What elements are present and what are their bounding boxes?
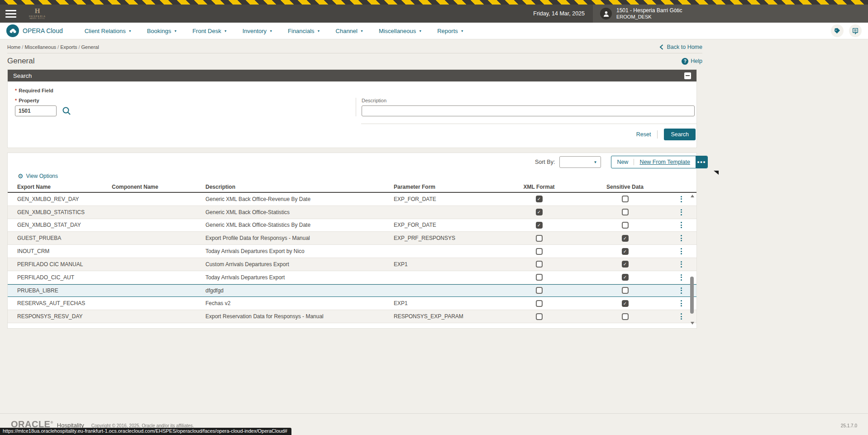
sensitive-data-cell: ✓	[575, 248, 675, 255]
property-input[interactable]	[15, 105, 57, 116]
sensitive-data-checkbox[interactable]	[622, 222, 629, 229]
active-role: EROOM_DESK	[616, 14, 682, 20]
row-actions-cell	[675, 246, 687, 256]
xml-format-checkbox[interactable]: ✓	[536, 209, 543, 215]
exports-results-panel: Sort By: ▼ New New From Template ●●● ⚙ V…	[7, 153, 697, 329]
xml-format-checkbox[interactable]	[536, 313, 543, 320]
table-row[interactable]: GEN_XMLBO_STATISTICSGeneric XML Back Off…	[8, 206, 696, 219]
nav-item-front-desk[interactable]: Front Desk▼	[192, 28, 227, 34]
sensitive-data-cell: ✓	[575, 261, 675, 268]
feedback-notes-icon[interactable]	[849, 24, 862, 37]
xml-format-checkbox[interactable]	[536, 300, 543, 307]
sensitive-data-checkbox[interactable]	[622, 209, 629, 215]
row-kebab-menu-icon[interactable]	[679, 272, 684, 282]
scroll-up-arrow-icon[interactable]	[691, 195, 694, 197]
help-link[interactable]: ? Help	[682, 58, 702, 65]
sensitive-data-checkbox[interactable]: ✓	[622, 274, 629, 281]
xml-format-checkbox[interactable]	[536, 235, 543, 242]
chevron-down-icon: ▼	[593, 160, 597, 164]
hamburger-menu-icon[interactable]	[0, 10, 21, 18]
view-options-label: View Options	[26, 173, 58, 179]
table-row[interactable]: GEN_XMLBO_STAT_DAYGeneric XML Back Offic…	[8, 219, 696, 232]
reset-button[interactable]: Reset	[636, 131, 651, 138]
sort-by-dropdown[interactable]: ▼	[559, 156, 601, 168]
table-row[interactable]: PERFILADO_CIC_AUTToday Arrivals Departur…	[8, 271, 696, 284]
sensitive-data-checkbox[interactable]: ✓	[622, 300, 629, 307]
breadcrumb-item-exports[interactable]: Exports	[60, 44, 77, 50]
table-body: GEN_XMLBO_REV_DAYGeneric XML Back Office…	[8, 193, 696, 323]
xml-format-checkbox[interactable]: ✓	[536, 222, 543, 229]
required-field-note: *Required Field	[8, 88, 696, 93]
xml-format-checkbox[interactable]	[536, 248, 543, 255]
table-row[interactable]: GUEST_PRUEBAExport Profile Data for Resp…	[8, 232, 696, 245]
sensitive-data-checkbox[interactable]	[622, 313, 629, 320]
nav-item-inventory[interactable]: Inventory▼	[243, 28, 272, 34]
search-button[interactable]: Search	[664, 129, 696, 140]
vertical-scrollbar[interactable]	[689, 195, 695, 325]
nav-item-label: Inventory	[243, 28, 267, 34]
back-to-home-link[interactable]: Back to Home	[659, 44, 702, 50]
xml-format-checkbox[interactable]	[536, 274, 543, 281]
row-actions-cell	[675, 259, 687, 269]
column-header-description: Description	[205, 184, 394, 190]
sensitive-data-checkbox[interactable]: ✓	[622, 261, 629, 268]
parameter-form-cell: EXP_FOR_DATE	[394, 196, 503, 202]
export-name-cell: INOUT_CRM	[17, 248, 112, 254]
row-kebab-menu-icon[interactable]	[679, 259, 684, 269]
row-kebab-menu-icon[interactable]	[679, 194, 684, 204]
row-kebab-menu-icon[interactable]	[679, 286, 684, 296]
new-button[interactable]: New	[611, 156, 634, 168]
xml-format-cell	[503, 235, 575, 242]
breadcrumb-item-miscellaneous[interactable]: Miscellaneous	[24, 44, 56, 50]
opera-cloud-brand[interactable]: OPERA Cloud	[6, 24, 63, 37]
xml-format-checkbox[interactable]	[536, 261, 543, 268]
description-cell: Generic XML Back Office-Revenue By Date	[205, 196, 394, 202]
sensitive-data-checkbox[interactable]: ✓	[622, 248, 629, 255]
sensitive-data-checkbox[interactable]: ✓	[622, 235, 629, 242]
nav-menu: Client Relations▼Bookings▼Front Desk▼Inv…	[85, 28, 464, 34]
scroll-down-arrow-icon[interactable]	[691, 322, 694, 325]
row-kebab-menu-icon[interactable]	[679, 220, 684, 230]
table-row[interactable]: RESPONSYS_RESV_DAYExport Reservation Dat…	[8, 310, 696, 323]
table-row[interactable]: PERFILADO CIC MANUALCustom Arrivals Depa…	[8, 258, 696, 271]
nav-item-bookings[interactable]: Bookings▼	[147, 28, 177, 34]
xml-format-checkbox[interactable]	[536, 287, 543, 294]
row-kebab-menu-icon[interactable]	[679, 246, 684, 256]
row-actions-cell	[675, 233, 687, 243]
description-input[interactable]	[362, 105, 695, 116]
row-kebab-menu-icon[interactable]	[679, 311, 684, 321]
new-from-template-button[interactable]: New From Template	[634, 156, 696, 168]
parameter-form-cell: EXP_PRF_RESPONSYS	[394, 235, 503, 241]
scrollbar-thumb[interactable]	[690, 277, 694, 314]
search-magnifier-icon[interactable]	[62, 106, 71, 115]
required-asterisk: *	[15, 88, 17, 93]
breadcrumb-item-home[interactable]: Home	[7, 44, 20, 50]
parameter-form-cell: EXP1	[394, 261, 503, 268]
chevron-down-icon: ▼	[129, 29, 132, 33]
nav-item-channel[interactable]: Channel▼	[336, 28, 363, 34]
quick-launch-tag-icon[interactable]	[831, 24, 844, 37]
table-row[interactable]: GEN_XMLBO_REV_DAYGeneric XML Back Office…	[8, 193, 696, 206]
table-row[interactable]: PRUEBA_LIBREdfgdfgd	[8, 284, 696, 297]
collapse-search-button[interactable]	[684, 72, 691, 79]
export-name-cell: GEN_XMLBO_REV_DAY	[17, 196, 112, 202]
sensitive-data-checkbox[interactable]	[622, 196, 629, 202]
xml-format-cell	[503, 261, 575, 268]
export-name-cell: RESPONSYS_RESV_DAY	[17, 313, 112, 320]
more-actions-button[interactable]: ●●●	[696, 156, 707, 168]
row-kebab-menu-icon[interactable]	[679, 233, 684, 243]
nav-item-reports[interactable]: Reports▼	[437, 28, 463, 34]
view-options-button[interactable]: ⚙ View Options	[8, 170, 696, 182]
row-actions-cell	[675, 194, 687, 204]
nav-item-financials[interactable]: Financials▼	[288, 28, 320, 34]
nav-item-client-relations[interactable]: Client Relations▼	[85, 28, 132, 34]
nav-item-miscellaneous[interactable]: Miscellaneous▼	[379, 28, 422, 34]
sensitive-data-checkbox[interactable]	[622, 287, 629, 294]
xml-format-checkbox[interactable]: ✓	[536, 196, 543, 202]
table-row[interactable]: INOUT_CRMToday Arrivals Departures Expor…	[8, 245, 696, 258]
row-kebab-menu-icon[interactable]	[679, 298, 684, 308]
xml-format-cell	[503, 248, 575, 255]
user-property-selector[interactable]: 1501 - Hesperia Barri Gòtic EROOM_DESK	[593, 5, 868, 23]
row-kebab-menu-icon[interactable]	[679, 207, 684, 217]
table-row[interactable]: RESERVAS_AUT_FECHASFechas v2EXP1✓	[8, 297, 696, 310]
